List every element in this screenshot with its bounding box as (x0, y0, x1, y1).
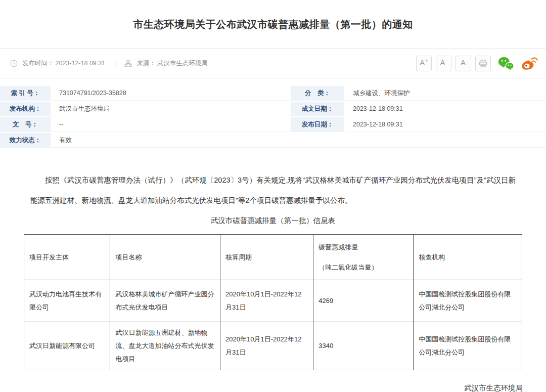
table-header-row: 项目开发主体 项目名称 核算周期 碳普惠减排量 （吨二氧化碳当量） 核查机构 (24, 235, 522, 280)
metadata-row: 效力状态： 有效 (0, 133, 546, 148)
meta-bar: 发布时间：2023-12-18 09:31 ｜ 来源：武汉市生态环境局 A+ A… (0, 49, 546, 78)
page-toolbar: A+ A- A (412, 56, 538, 71)
document-metadata-table: 索 引 号： 731074791/2023-35828 分 类： 城乡建设、环境… (0, 86, 546, 148)
cell-verification-agency: 中国国检测试控股集团股份有限公司湖北分公司 (414, 280, 522, 322)
print-button[interactable] (475, 56, 491, 71)
weibo-share-icon[interactable] (521, 56, 538, 70)
cell-reduction-amount: 3340 (313, 322, 414, 370)
table-row: 武汉日新能源有限公司 武汉日新能源五洲建材、新地物流、盘龙大道加油站分布式光伏发… (24, 322, 522, 370)
metadata-row: 发布机构： 武汉市生态环境局 成文日期： 2023-12-18 09:31 (0, 102, 546, 116)
issuing-agency-label: 发布机构： (0, 102, 51, 116)
emission-reduction-table: 项目开发主体 项目名称 核算周期 碳普惠减排量 （吨二氧化碳当量） 核查机构 武… (24, 234, 522, 370)
validity-status-value: 有效 (52, 133, 546, 148)
header-project-name: 项目名称 (110, 235, 220, 280)
metadata-row: 索 引 号： 731074791/2023-35828 分 类： 城乡建设、环境… (0, 86, 546, 101)
issuing-agency-value: 武汉市生态环境局 (52, 102, 290, 116)
publish-date-label: 发布日期： (291, 117, 344, 132)
article-body: 按照《武汉市碳普惠管理办法（试行）》（武环规〔2023〕3号）有关规定,现将“武… (0, 170, 546, 210)
category-value: 城乡建设、环境保护 (345, 86, 546, 101)
font-smaller-button[interactable]: A- (436, 56, 451, 71)
header-reduction-amount: 碳普惠减排量 （吨二氧化碳当量） (313, 235, 414, 280)
cell-reduction-amount: 4269 (313, 280, 414, 322)
written-date-label: 成文日期： (291, 102, 344, 116)
category-label: 分 类： (291, 86, 344, 101)
cell-project-name: 武汉日新能源五洲建材、新地物流、盘龙大道加油站分布式光伏发电项目 (110, 322, 220, 370)
source-label: 来源： (136, 59, 156, 68)
header-developer: 项目开发主体 (24, 235, 110, 280)
signature-org: 武汉市生态环境局 (0, 380, 523, 392)
header-verification-agency: 核查机构 (414, 235, 522, 280)
cell-accounting-period: 2020年10月1日-2022年12月31日 (220, 322, 313, 370)
font-normal-button[interactable]: A (456, 56, 471, 71)
publish-info: 发布时间：2023-12-18 09:31 ｜ 来源：武汉市生态环境局 (10, 59, 208, 68)
data-table-caption: 武汉市碳普惠减排量（第一批）信息表 (0, 216, 546, 226)
header-reduction-amount-line1: 碳普惠减排量 (318, 243, 358, 251)
source-icon (124, 60, 132, 67)
index-number-value: 731074791/2023-35828 (52, 86, 290, 101)
cell-verification-agency: 中国国检测试控股集团股份有限公司湖北分公司 (414, 322, 522, 370)
wechat-share-icon[interactable] (498, 57, 514, 70)
cell-accounting-period: 2020年10月1日-2022年12月31日 (220, 280, 313, 322)
doc-number-label: 文 号： (0, 117, 51, 132)
cell-developer: 武汉动力电池再生技术有限公司 (24, 280, 110, 322)
source-value: 武汉市生态环境局 (157, 59, 208, 68)
cell-developer: 武汉日新能源有限公司 (24, 322, 110, 370)
signature-block: 武汉市生态环境局 2023年12月15日 (0, 380, 546, 392)
header-accounting-period: 核算周期 (220, 235, 313, 280)
doc-number-value: -- (52, 117, 290, 132)
meta-divider: ｜ (110, 59, 120, 68)
metadata-row: 文 号： -- 发布日期： 2023-12-18 09:31 (0, 117, 546, 132)
header-reduction-amount-line2: （吨二氧化碳当量） (318, 261, 408, 274)
clock-icon (10, 60, 18, 67)
font-larger-button[interactable]: A+ (416, 56, 432, 71)
cell-project-name: 武汉格林美城市矿产循环产业园分布式光伏发电项目 (110, 280, 220, 322)
validity-status-label: 效力状态： (0, 133, 51, 148)
publish-date-value: 2023-12-18 09:31 (345, 117, 546, 132)
written-date-value: 2023-12-18 09:31 (345, 102, 546, 116)
publish-time-label: 发布时间： (22, 59, 54, 68)
index-number-label: 索 引 号： (0, 86, 51, 101)
page-title: 市生态环境局关于公布武汉市碳普惠减排量（第一批）的通知 (0, 0, 546, 49)
table-row: 武汉动力电池再生技术有限公司 武汉格林美城市矿产循环产业园分布式光伏发电项目 2… (24, 280, 522, 322)
publish-time-value: 2023-12-18 09:31 (56, 60, 106, 67)
notice-paragraph: 按照《武汉市碳普惠管理办法（试行）》（武环规〔2023〕3号）有关规定,现将“武… (30, 170, 516, 210)
